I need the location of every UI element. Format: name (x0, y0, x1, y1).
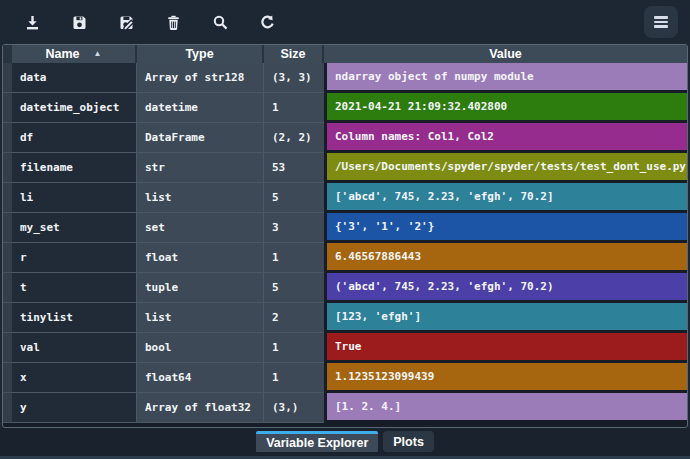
column-header-value[interactable]: Value (324, 45, 687, 63)
table-row: tinylist list 2 [123, 'efgh'] (3, 303, 687, 333)
column-header-size-label: Size (280, 48, 305, 61)
tab-variable-explorer[interactable]: Variable Explorer (256, 431, 378, 452)
cell-name[interactable]: df (12, 123, 137, 153)
cell-size[interactable]: 3 (264, 213, 324, 243)
column-header-type[interactable]: Type (137, 45, 264, 63)
cell-name[interactable]: datetime_object (12, 93, 137, 123)
cell-value[interactable]: ndarray object of numpy module (324, 63, 687, 93)
column-header-value-label: Value (489, 48, 522, 61)
save-data-button[interactable] (62, 6, 96, 38)
row-header[interactable] (3, 63, 12, 93)
cell-value[interactable]: [1. 2. 4.] (324, 393, 687, 423)
save-as-icon (118, 14, 135, 31)
cell-size[interactable]: 5 (264, 273, 324, 303)
tab-plots[interactable]: Plots (383, 431, 434, 452)
cell-name[interactable]: val (12, 333, 137, 363)
cell-value[interactable]: 1.1235123099439 (324, 363, 687, 393)
cell-value[interactable]: /Users/Documents/spyder/spyder/tests/tes… (324, 153, 687, 183)
search-button[interactable] (203, 6, 237, 38)
cell-size[interactable]: 1 (264, 333, 324, 363)
cell-size[interactable]: 2 (264, 303, 324, 333)
cell-type[interactable]: set (137, 213, 264, 243)
table-row: val bool 1 True (3, 333, 687, 363)
cell-name[interactable]: r (12, 243, 137, 273)
options-menu-button[interactable] (644, 6, 678, 38)
hamburger-icon (654, 16, 668, 28)
save-data-as-button[interactable] (109, 6, 143, 38)
cell-size[interactable]: 1 (264, 93, 324, 123)
cell-name[interactable]: li (12, 183, 137, 213)
cell-value[interactable]: Column names: Col1, Col2 (324, 123, 687, 153)
table-row: datetime_object datetime 1 2021-04-21 21… (3, 93, 687, 123)
cell-type[interactable]: float (137, 243, 264, 273)
row-header[interactable] (3, 93, 12, 123)
table-row: y Array of float32 (3,) [1. 2. 4.] (3, 393, 687, 423)
cell-value[interactable]: 6.46567886443 (324, 243, 687, 273)
cell-type[interactable]: Array of str128 (137, 63, 264, 93)
import-data-button[interactable] (15, 6, 49, 38)
column-header-type-label: Type (185, 48, 213, 61)
table-row: x float64 1 1.1235123099439 (3, 363, 687, 393)
variable-explorer-panel: Name ▲ Type Size Value data Array of str… (0, 0, 690, 459)
cell-type[interactable]: bool (137, 333, 264, 363)
cell-type[interactable]: list (137, 183, 264, 213)
cell-name[interactable]: x (12, 363, 137, 393)
table-corner-cell (3, 45, 12, 63)
cell-type[interactable]: float64 (137, 363, 264, 393)
cell-name[interactable]: t (12, 273, 137, 303)
cell-name[interactable]: filename (12, 153, 137, 183)
column-header-name-label: Name (46, 48, 80, 61)
cell-value[interactable]: True (324, 333, 687, 363)
cell-type[interactable]: datetime (137, 93, 264, 123)
cell-size[interactable]: 1 (264, 243, 324, 273)
table-row: df DataFrame (2, 2) Column names: Col1, … (3, 123, 687, 153)
cell-value[interactable]: ['abcd', 745, 2.23, 'efgh', 70.2] (324, 183, 687, 213)
cell-name[interactable]: tinylist (12, 303, 137, 333)
variable-table-body: data Array of str128 (3, 3) ndarray obje… (3, 63, 687, 427)
row-header[interactable] (3, 333, 12, 363)
refresh-button[interactable] (250, 6, 284, 38)
row-header[interactable] (3, 393, 12, 423)
row-header[interactable] (3, 273, 12, 303)
row-header[interactable] (3, 243, 12, 273)
row-header[interactable] (3, 153, 12, 183)
table-row: li list 5 ['abcd', 745, 2.23, 'efgh', 70… (3, 183, 687, 213)
row-header[interactable] (3, 183, 12, 213)
trash-icon (165, 14, 182, 31)
table-row: t tuple 5 ('abcd', 745, 2.23, 'efgh', 70… (3, 273, 687, 303)
cell-type[interactable]: list (137, 303, 264, 333)
cell-value[interactable]: ('abcd', 745, 2.23, 'efgh', 70.2) (324, 273, 687, 303)
row-header[interactable] (3, 123, 12, 153)
cell-type[interactable]: str (137, 153, 264, 183)
row-header[interactable] (3, 303, 12, 333)
table-row: r float 1 6.46567886443 (3, 243, 687, 273)
sort-ascending-icon: ▲ (94, 50, 102, 58)
row-header[interactable] (3, 363, 12, 393)
cell-name[interactable]: data (12, 63, 137, 93)
cell-type[interactable]: tuple (137, 273, 264, 303)
cell-type[interactable]: DataFrame (137, 123, 264, 153)
search-icon (212, 14, 229, 31)
cell-value[interactable]: 2021-04-21 21:09:32.402800 (324, 93, 687, 123)
cell-value[interactable]: [123, 'efgh'] (324, 303, 687, 333)
cell-size[interactable]: 53 (264, 153, 324, 183)
table-row: data Array of str128 (3, 3) ndarray obje… (3, 63, 687, 93)
column-header-name[interactable]: Name ▲ (12, 45, 137, 63)
table-row: my_set set 3 {'3', '1', '2'} (3, 213, 687, 243)
cell-size[interactable]: (2, 2) (264, 123, 324, 153)
toolbar (0, 0, 690, 44)
variables-table: Name ▲ Type Size Value data Array of str… (2, 44, 688, 428)
cell-size[interactable]: (3,) (264, 393, 324, 423)
cell-name[interactable]: my_set (12, 213, 137, 243)
table-header-row: Name ▲ Type Size Value (3, 45, 687, 63)
cell-name[interactable]: y (12, 393, 137, 423)
cell-size[interactable]: 1 (264, 363, 324, 393)
column-header-size[interactable]: Size (264, 45, 324, 63)
table-row: filename str 53 /Users/Documents/spyder/… (3, 153, 687, 183)
cell-value[interactable]: {'3', '1', '2'} (324, 213, 687, 243)
cell-size[interactable]: 5 (264, 183, 324, 213)
cell-type[interactable]: Array of float32 (137, 393, 264, 423)
remove-variable-button[interactable] (156, 6, 190, 38)
row-header[interactable] (3, 213, 12, 243)
cell-size[interactable]: (3, 3) (264, 63, 324, 93)
